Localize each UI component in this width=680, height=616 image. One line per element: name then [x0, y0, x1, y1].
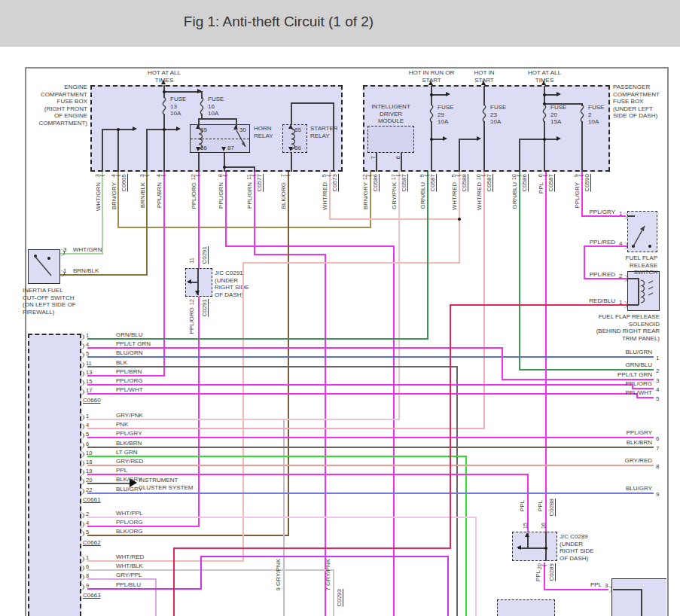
pin-bracket: [78, 574, 84, 581]
pin-bracket: [78, 371, 84, 377]
wire-segment: [641, 589, 642, 616]
connector-stub: 12BRN/GRYC0586: [361, 172, 382, 231]
wire-segment: [102, 129, 103, 172]
pin-bracket: [78, 584, 84, 590]
connector-stub: 5GRN/BLUC0587: [418, 172, 439, 231]
junction-dot: [648, 245, 651, 248]
connector-stub: 7BLK/ORG: [279, 172, 300, 231]
wire-segment: [393, 245, 395, 616]
pin-bracket: [78, 512, 84, 519]
solenoid-wire-2: PPL/RED: [570, 271, 615, 279]
connector-pin-row: 11BLK: [77, 359, 175, 368]
pin-bracket: [78, 469, 84, 476]
solenoid-wire-1: RED/BLU: [570, 297, 615, 305]
wire-segment: [636, 397, 654, 398]
wire-segment: [447, 556, 449, 616]
junction-dot: [117, 128, 120, 131]
horn-relay-coil-icon: [196, 129, 203, 149]
jc291-bot-conn: C0291: [201, 299, 208, 317]
connector-label-c0661: C0661: [83, 496, 101, 504]
connector-pin-row: 6WHT/BLK: [77, 563, 175, 572]
connector-pin-row: 17PPL/WHT: [77, 386, 175, 395]
flap-switch-wire-4: PPL/RED: [570, 239, 615, 246]
connector-stub: 6PPLC0587: [536, 172, 557, 231]
arrow-right-icon: [133, 127, 137, 131]
wire-segment: [627, 304, 639, 306]
wire-segment: [627, 278, 639, 279]
wire-segment: [198, 118, 237, 120]
wire-segment: [200, 556, 449, 557]
jc291-wire-label: PPL/ORG: [188, 307, 195, 334]
arrow-right-icon: [443, 136, 447, 141]
connector-pin-row: 15PPL/ORG: [77, 377, 175, 386]
fuse-16-label: FUSE1610A: [208, 96, 224, 117]
junction-dot: [430, 93, 433, 96]
pin-bracket: [78, 352, 84, 358]
passenger-box-label: PASSENGER COMPARTMENT FUSE BOX (UNDER LE…: [613, 84, 673, 120]
connector-label-c0663: C0663: [83, 592, 101, 599]
connector-stub: 5WHT/REDC0588: [450, 172, 471, 231]
solenoid-coil-icon: [640, 280, 655, 303]
fuse-23-icon: [480, 105, 488, 122]
connector-pin-row: 19PPL: [77, 467, 175, 476]
flap-switch-contact-icon: [632, 223, 648, 248]
inertia-label: INERTIA FUEL CUT-OFF SWITCH (ON LEFT SID…: [23, 287, 76, 316]
wire-segment: [519, 369, 654, 371]
pin-bracket: [78, 488, 84, 495]
bottom-box-wire: PPL: [569, 581, 602, 589]
arrow-right-icon: [176, 127, 181, 131]
jc289-label: J/C C0289 (UNDER RIGHT SIDE OF DASH): [560, 533, 594, 562]
connector-group-c0662: 2WHT/PPL4PPL/ORG5BLK/ORG: [77, 510, 175, 538]
pin-bracket: [78, 521, 84, 528]
arrow-down-icon: [195, 291, 200, 295]
fuse-2-icon: [578, 105, 586, 122]
wire-segment: [225, 245, 395, 247]
arrow-up-icon: [161, 80, 166, 84]
wire-segment: [483, 86, 485, 105]
wire-segment: [117, 129, 119, 172]
wire-segment: [146, 129, 148, 172]
connector-stub: 10GRN/BLUC0586: [510, 172, 531, 231]
connector-pin-row: 18GRY/RED: [77, 458, 175, 467]
pin-bracket: [78, 361, 84, 368]
pin-bracket: [78, 343, 84, 349]
jc291-top-conn: C0291: [201, 246, 208, 264]
connector-stub: 5WHT/REDC0573: [320, 172, 341, 231]
arrow-right-icon: [197, 89, 202, 93]
connector-stub: 17GRY/PNKC0587: [389, 172, 410, 231]
connector-pin-row: 5BLU/GRN: [77, 349, 175, 358]
wire-segment: [581, 121, 583, 172]
connector-stub: 4PPL/BRN: [154, 172, 175, 231]
junction-dot: [163, 90, 166, 93]
flap-solenoid-label: FUEL FLAP RELEASE SOLENOID (BEHIND RIGHT…: [558, 313, 660, 342]
arrow-right-icon: [557, 136, 561, 141]
fuse-16-icon: [198, 97, 206, 114]
solenoid-pin-2: 2: [619, 273, 622, 280]
fuse-13-icon: [160, 97, 168, 114]
connector-pin-row: 2WHT/PPL: [77, 510, 175, 519]
connector-pin-row: 1GRN/BLU: [77, 331, 175, 340]
bottom-stub-conn: C0293: [336, 589, 343, 607]
intelligent-driver-module: [367, 126, 414, 153]
connector-pin-row: 4PPL/LT GRN: [77, 340, 175, 349]
wire-segment: [519, 139, 520, 172]
starter-pin-85: 85: [294, 127, 301, 134]
wire-segment: [291, 103, 292, 124]
connector-group-c0663: 1WHT/RED6WHT/BLK8GRY/PPL9PPL/BLU: [77, 553, 175, 590]
wire-segment: [147, 129, 176, 130]
bottom-stub-label: 7 GRY/PNK: [325, 559, 331, 591]
wire-segment: [638, 278, 639, 305]
solenoid-pin-1: 1: [619, 299, 622, 306]
connector-label-c0662: C0662: [83, 539, 101, 547]
fuse-29-label: FUSE2910A: [438, 104, 453, 126]
wire-segment: [333, 569, 334, 616]
junction-dot: [543, 93, 546, 96]
wire-segment: [333, 102, 334, 172]
connector-stub: 11PPL/GRNC0577: [245, 172, 266, 231]
pin-bracket: [78, 530, 84, 537]
fuse-13-label: FUSE1310A: [170, 96, 186, 117]
horn-pin-87: 87: [227, 145, 234, 152]
pin-bracket: [541, 559, 548, 566]
connector-pin-row: 5PPL/GRY: [77, 430, 175, 439]
fuse-2-label: FUSE210A: [588, 104, 604, 126]
